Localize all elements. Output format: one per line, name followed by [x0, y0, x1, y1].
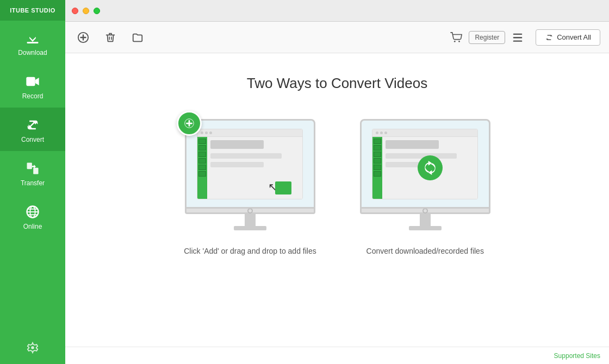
- monitor-stand-2: [360, 214, 490, 230]
- sidebar: ITUBE STUDIO Download Record Con: [0, 0, 65, 364]
- svg-point-9: [31, 346, 34, 349]
- film-block-6: [198, 171, 206, 177]
- add-overlay-icon: [177, 111, 202, 136]
- svg-rect-0: [27, 42, 39, 43]
- dot4: [376, 131, 378, 134]
- content-line-1: [210, 140, 264, 149]
- ways-container: ↖ Cl: [184, 119, 490, 255]
- dot2: [205, 131, 208, 134]
- record-icon: [25, 74, 40, 89]
- drag-file-icon: [275, 181, 291, 194]
- film-strip-right: [372, 137, 382, 199]
- record-label: Record: [22, 92, 44, 100]
- monitor-stand-1: [185, 214, 315, 230]
- monitor-base-1: [234, 226, 266, 230]
- header-icons: Register: [447, 28, 527, 47]
- toolbar-right: Register Convert All: [447, 28, 600, 47]
- film-block-3: [198, 152, 206, 157]
- content-line-2: [210, 153, 281, 159]
- convert-all-label: Convert All: [557, 33, 591, 41]
- monitor-content-2: [372, 137, 477, 199]
- monitor-bottom-2: [360, 209, 490, 214]
- dot6: [384, 131, 387, 134]
- content-title: Two Ways to Convert Videos: [247, 75, 427, 92]
- film-block-r3: [374, 152, 381, 157]
- cart-icon[interactable]: [447, 28, 465, 47]
- way2-monitor-inner: [372, 129, 478, 199]
- svg-point-15: [454, 40, 456, 42]
- sidebar-item-record[interactable]: Record: [0, 64, 65, 108]
- way1-label: Click 'Add' or drag and drop to add file…: [184, 247, 316, 255]
- film-block-r6: [374, 171, 381, 177]
- way1-monitor-inner: ↖: [197, 129, 303, 199]
- add-button[interactable]: [74, 28, 92, 47]
- app-logo: ITUBE STUDIO: [0, 0, 65, 21]
- convert-all-button[interactable]: Convert All: [536, 29, 600, 46]
- monitor-circle-2: [422, 208, 428, 214]
- delete-button[interactable]: [101, 28, 120, 47]
- download-label: Download: [18, 49, 47, 57]
- monitor-main-1: ↖: [207, 137, 302, 199]
- convert-icon: [25, 117, 40, 133]
- convert-circle-icon: [418, 155, 443, 180]
- film-strip-left: [197, 137, 207, 199]
- film-block-r1: [374, 139, 381, 144]
- settings-icon[interactable]: [27, 342, 39, 364]
- toolbar: Register Convert All: [65, 22, 609, 53]
- register-button[interactable]: Register: [469, 31, 505, 44]
- content-line-4: [386, 140, 439, 149]
- monitor-content-1: ↖: [197, 137, 302, 199]
- online-label: Online: [23, 223, 42, 230]
- app-title: ITUBE STUDIO: [4, 7, 61, 14]
- way2-screen: [360, 119, 490, 209]
- sidebar-item-convert[interactable]: Convert: [0, 108, 65, 151]
- traffic-lights: [72, 8, 100, 14]
- content-line-3: [210, 162, 264, 167]
- way2-item: Convert downloaded/recorded files: [360, 119, 490, 255]
- svg-rect-19: [513, 40, 523, 41]
- monitor-neck-2: [420, 214, 431, 226]
- way2-label: Convert downloaded/recorded files: [366, 247, 484, 255]
- monitor-bar-1: [197, 129, 302, 137]
- svg-rect-18: [513, 37, 523, 38]
- transfer-icon: [25, 161, 40, 176]
- sidebar-item-download[interactable]: Download: [0, 21, 65, 64]
- online-icon: [25, 204, 40, 219]
- convert-label: Convert: [21, 136, 44, 143]
- film-block-r2: [374, 145, 381, 150]
- footer: Supported Sites: [65, 347, 609, 364]
- film-block-2: [198, 145, 206, 150]
- film-block-4: [198, 158, 206, 164]
- minimize-button[interactable]: [83, 8, 89, 14]
- film-block-1: [198, 139, 206, 144]
- svg-rect-17: [513, 33, 523, 34]
- transfer-label: Transfer: [21, 179, 45, 187]
- content-line-5: [386, 153, 456, 159]
- supported-sites-link[interactable]: Supported Sites: [554, 352, 600, 360]
- dot1: [201, 131, 203, 134]
- way1-item: ↖ Cl: [184, 119, 316, 255]
- folder-button[interactable]: [128, 28, 147, 47]
- monitor-circle-1: [247, 208, 253, 214]
- monitor-base-2: [409, 226, 442, 230]
- download-icon: [25, 30, 40, 46]
- drag-indicator: ↖: [268, 181, 291, 192]
- sidebar-item-online[interactable]: Online: [0, 194, 65, 238]
- monitor-bar-2: [372, 129, 477, 137]
- maximize-button[interactable]: [94, 8, 100, 14]
- film-block-r5: [374, 165, 381, 170]
- sidebar-item-transfer[interactable]: Transfer: [0, 151, 65, 194]
- svg-rect-1: [26, 77, 35, 86]
- monitor-main-2: [382, 137, 477, 199]
- close-button[interactable]: [72, 8, 78, 14]
- svg-point-16: [459, 40, 461, 42]
- way1-screen: ↖: [185, 119, 315, 209]
- svg-rect-3: [33, 168, 38, 174]
- film-block-5: [198, 165, 206, 170]
- dot3: [209, 131, 212, 134]
- dot5: [380, 131, 383, 134]
- menu-icon[interactable]: [508, 28, 527, 47]
- main-area: Register Convert All Two Ways to: [65, 0, 609, 364]
- film-block-r4: [374, 158, 381, 164]
- way2-monitor: [360, 119, 490, 230]
